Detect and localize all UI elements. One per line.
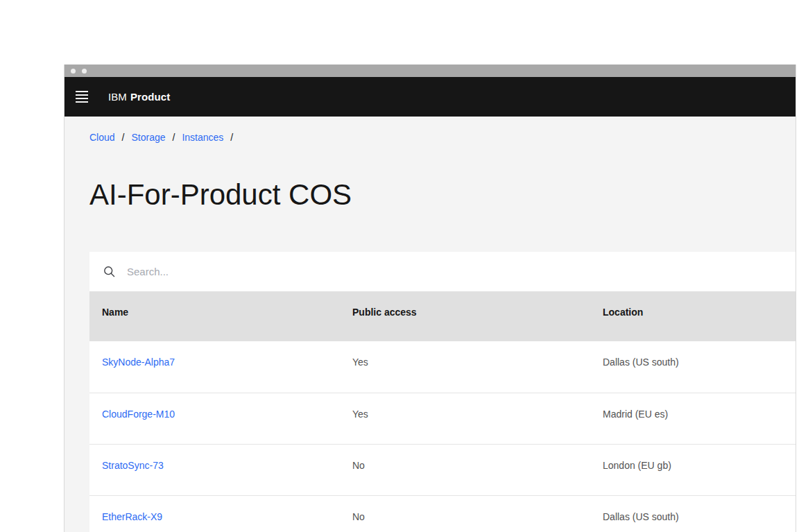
breadcrumb: Cloud / Storage / Instances /: [89, 131, 796, 144]
brand-prefix: IBM: [108, 91, 127, 103]
breadcrumb-link-cloud[interactable]: Cloud: [89, 131, 115, 144]
cell-location: Dallas (US south): [590, 341, 796, 393]
window-control-dot[interactable]: [82, 69, 87, 74]
search-icon: [103, 266, 115, 277]
instance-link[interactable]: EtherRack-X9: [102, 511, 162, 522]
cell-name: CloudForge-M10: [89, 393, 340, 444]
breadcrumb-separator: /: [122, 131, 125, 144]
app-header: IBM Product: [65, 77, 796, 117]
column-header-location: Location: [590, 291, 796, 341]
table-row: SkyNode-Alpha7 Yes Dallas (US south): [89, 341, 796, 393]
cell-location: London (EU gb): [590, 445, 796, 495]
table-row: EtherRack-X9 No Dallas (US south): [89, 495, 796, 532]
instances-table: Name Public access Location SkyNode-Alph…: [89, 252, 796, 532]
cell-location: Madrid (EU es): [590, 393, 796, 444]
page-title: AI-For-Product COS: [89, 179, 796, 211]
breadcrumb-separator: /: [230, 131, 233, 144]
cell-name: SkyNode-Alpha7: [89, 341, 340, 393]
column-header-public-access: Public access: [340, 291, 590, 341]
window-control-dot[interactable]: [71, 69, 76, 74]
brand-product-name: Product: [130, 91, 170, 103]
cell-name: EtherRack-X9: [89, 496, 340, 532]
table-search-toolbar: [89, 252, 796, 291]
search-input[interactable]: [127, 252, 796, 291]
cell-public-access: Yes: [340, 341, 590, 393]
table-row: CloudForge-M10 Yes Madrid (EU es): [89, 393, 796, 444]
cell-name: StratoSync-73: [89, 445, 340, 495]
instance-link[interactable]: CloudForge-M10: [102, 409, 175, 420]
breadcrumb-link-storage[interactable]: Storage: [131, 131, 165, 144]
cell-location: Dallas (US south): [590, 496, 796, 532]
column-header-name: Name: [89, 291, 340, 341]
brand-link[interactable]: IBM Product: [108, 91, 170, 103]
instance-link[interactable]: SkyNode-Alpha7: [102, 357, 175, 368]
table-header-row: Name Public access Location: [89, 291, 796, 341]
cell-public-access: No: [340, 496, 590, 532]
app-window: IBM Product Cloud / Storage / Instances …: [64, 65, 796, 532]
breadcrumb-link-instances[interactable]: Instances: [182, 131, 223, 144]
page: { "header": { "brand_prefix": "IBM", "br…: [0, 0, 799, 532]
table-row: StratoSync-73 No London (EU gb): [89, 444, 796, 495]
hamburger-menu-icon[interactable]: [76, 91, 88, 103]
content-area: Cloud / Storage / Instances / AI-For-Pro…: [65, 131, 796, 532]
window-titlebar: [65, 65, 796, 77]
instance-link[interactable]: StratoSync-73: [102, 460, 164, 471]
cell-public-access: Yes: [340, 393, 590, 444]
cell-public-access: No: [340, 445, 590, 495]
breadcrumb-separator: /: [173, 131, 175, 144]
